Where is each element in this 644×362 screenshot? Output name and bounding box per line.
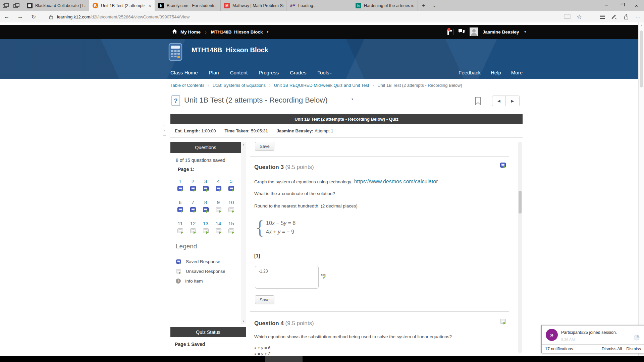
- tab-unit-1b-test[interactable]: B Unit 1B Test (2 attempts ×: [89, 0, 155, 11]
- desmos-link[interactable]: https://www.desmos.com/calculator: [354, 179, 438, 184]
- tab-preview-icon[interactable]: [3, 3, 9, 8]
- close-tab-icon[interactable]: ×: [148, 3, 152, 8]
- question-link-15[interactable]: 15: [225, 221, 237, 226]
- forward-button[interactable]: →: [13, 13, 27, 20]
- question-link-1[interactable]: 1: [174, 178, 186, 184]
- chevron-right-icon: ›: [269, 82, 271, 88]
- chevron-down-icon[interactable]: ▾: [266, 30, 269, 34]
- lock-icon: [49, 14, 54, 20]
- save-button-q2[interactable]: Save: [255, 142, 274, 151]
- restore-button[interactable]: [614, 0, 629, 11]
- reading-view-icon[interactable]: [564, 14, 571, 19]
- question-link-2[interactable]: 2: [186, 178, 199, 184]
- next-button[interactable]: ▶: [506, 96, 520, 106]
- notification-time: 9:36 AM: [561, 338, 575, 342]
- nav-grades[interactable]: Grades: [290, 70, 306, 75]
- question-link-12[interactable]: 12: [186, 221, 199, 226]
- question-link-7[interactable]: 7: [186, 199, 199, 205]
- previous-button[interactable]: ◀: [492, 96, 506, 106]
- address-bar[interactable]: learning.k12.com/d2l/le/content/252864/v…: [57, 14, 564, 19]
- crumb-unit[interactable]: U1B: Systems of Equations: [213, 83, 266, 88]
- minimize-button[interactable]: ─: [599, 0, 614, 11]
- more-options-icon[interactable]: ⋯: [635, 14, 641, 20]
- nav-progress[interactable]: Progress: [259, 70, 279, 75]
- collaborate-icon: »: [546, 329, 558, 341]
- scroll-up-icon[interactable]: ∧: [639, 24, 644, 27]
- equation-1: 10x − 5y = 8: [266, 220, 296, 226]
- question-link-10[interactable]: 10: [225, 199, 237, 205]
- user-menu[interactable]: Jasmine Beasley: [483, 29, 519, 35]
- save-button-q3[interactable]: Save: [255, 295, 274, 304]
- new-tab-button[interactable]: +: [418, 0, 429, 11]
- question-cell: 1: [174, 178, 186, 199]
- svg-text:?: ?: [174, 98, 178, 104]
- close-window-button[interactable]: ×: [629, 0, 644, 11]
- nav-tools[interactable]: Tools▿: [318, 70, 332, 75]
- nav-more[interactable]: More: [511, 70, 523, 75]
- ink-pen-icon[interactable]: [611, 14, 617, 20]
- set-tabs-aside-icon[interactable]: [13, 3, 19, 8]
- question-link-14[interactable]: 14: [212, 221, 225, 226]
- chevron-down-icon[interactable]: ▾: [523, 30, 526, 34]
- page-title: Unit 1B Test (2 attempts - Recording Bel…: [184, 96, 328, 105]
- question-4-heading: Question 4 (9.5 points): [254, 320, 314, 327]
- tab-mathway[interactable]: M Mathway | Math Problem Sc: [221, 0, 286, 11]
- question-link-4[interactable]: 4: [212, 178, 225, 184]
- bing-favicon: b: [356, 3, 361, 8]
- nav-content[interactable]: Content: [230, 70, 248, 75]
- questions-saved-summary: 8 of 15 questions saved: [176, 158, 225, 163]
- crumb-table-of-contents[interactable]: Table of Contents: [170, 83, 204, 88]
- course-title: MTH148B_Hixson Block: [192, 46, 268, 54]
- breadcrumb: Table of Contents › U1B: Systems of Equa…: [170, 82, 523, 88]
- tab-blackboard[interactable]: Blackboard Collaborate | Lau: [23, 0, 89, 11]
- chat-icon[interactable]: [458, 28, 465, 36]
- tab-bing-search[interactable]: b Hardening of the arteries is: [352, 0, 418, 11]
- refresh-button[interactable]: ↻: [27, 13, 40, 20]
- page-scrollbar-thumb[interactable]: [640, 31, 643, 87]
- question-cell: 15: [225, 221, 237, 242]
- my-home-link[interactable]: My Home: [180, 29, 201, 35]
- spellcheck-icon[interactable]: abc ✓: [321, 273, 328, 280]
- unsaved-floppy-icon: [228, 228, 234, 233]
- question-link-9[interactable]: 9: [212, 199, 225, 205]
- alert-badge: [447, 28, 450, 31]
- question-link-13[interactable]: 13: [199, 221, 212, 226]
- alerts-icon[interactable]: [447, 29, 449, 35]
- bookmark-icon[interactable]: [475, 97, 481, 107]
- chevron-down-icon[interactable]: ▾: [352, 97, 353, 101]
- question-link-3[interactable]: 3: [199, 178, 212, 184]
- nav-feedback[interactable]: Feedback: [459, 70, 481, 75]
- scroll-down-icon[interactable]: ∨: [241, 319, 246, 322]
- saved-floppy-icon: [216, 186, 221, 191]
- home-icon: [172, 29, 177, 35]
- scroll-up-icon[interactable]: ∧: [241, 143, 246, 146]
- question-divider: [250, 311, 509, 312]
- nav-help[interactable]: Help: [491, 70, 501, 75]
- favorites-star-icon[interactable]: ☆: [577, 13, 582, 20]
- tab-list-chevron[interactable]: ⌄: [429, 0, 439, 11]
- share-icon[interactable]: [623, 14, 629, 20]
- nav-plan[interactable]: Plan: [209, 70, 219, 75]
- content-scrollbar-thumb[interactable]: [519, 191, 522, 214]
- back-button[interactable]: ←: [0, 13, 13, 20]
- question-link-5[interactable]: 5: [225, 178, 237, 184]
- sidebar-scrollbar[interactable]: ∧ ∨: [241, 142, 246, 324]
- chevron-right-icon: ›: [208, 82, 209, 88]
- answer-input[interactable]: -1.23: [255, 266, 319, 289]
- dismiss-all-button[interactable]: Dismiss All: [602, 347, 622, 351]
- content-scrollbar[interactable]: [518, 142, 522, 353]
- dismiss-button[interactable]: Dismiss: [626, 347, 641, 351]
- tab-loading[interactable]: k¹² Loading...: [286, 0, 352, 11]
- sidebar-collapse-handle[interactable]: ‹: [163, 125, 166, 136]
- avatar[interactable]: [470, 27, 478, 36]
- question-cell: 12: [186, 221, 199, 242]
- question-link-8[interactable]: 8: [199, 199, 212, 205]
- course-selector[interactable]: MTH148B_Hixson Block: [211, 29, 263, 35]
- question-link-11[interactable]: 11: [174, 221, 186, 226]
- question-3-ask: What is the x-coordinate of the solution…: [254, 191, 335, 196]
- crumb-quiz-folder[interactable]: Unit 1B REQUIRED Mid-week Quiz and Unit …: [274, 83, 369, 88]
- nav-class-home[interactable]: Class Home: [170, 70, 198, 75]
- page-scrollbar[interactable]: ∧: [638, 22, 644, 356]
- question-link-6[interactable]: 6: [174, 199, 186, 205]
- tab-brainly[interactable]: b Brainly.com - For students. I: [155, 0, 221, 11]
